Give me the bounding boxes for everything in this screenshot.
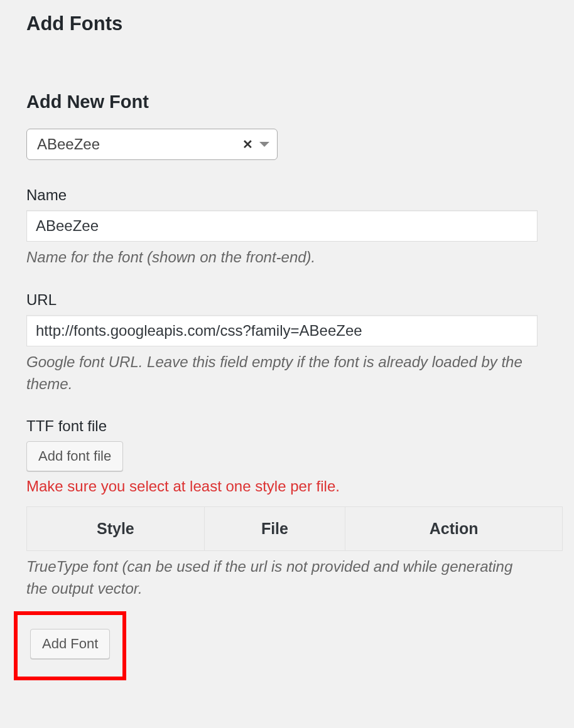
url-label: URL bbox=[26, 291, 548, 309]
ttf-table-header-file: File bbox=[204, 507, 345, 551]
add-font-file-button[interactable]: Add font file bbox=[26, 441, 123, 471]
section-title: Add New Font bbox=[26, 92, 548, 112]
ttf-table-header-action: Action bbox=[345, 507, 563, 551]
chevron-down-icon[interactable] bbox=[259, 142, 269, 147]
url-field-block: URL Google font URL. Leave this field em… bbox=[26, 291, 548, 395]
url-input[interactable] bbox=[26, 315, 538, 346]
ttf-table: Style File Action bbox=[26, 506, 563, 551]
ttf-table-header-style: Style bbox=[27, 507, 205, 551]
name-description: Name for the font (shown on the front-en… bbox=[26, 247, 538, 269]
ttf-field-block: TTF font file Add font file Make sure yo… bbox=[26, 417, 548, 600]
name-field-block: Name Name for the font (shown on the fro… bbox=[26, 186, 548, 269]
highlight-annotation: Add Font bbox=[14, 611, 126, 680]
url-description: Google font URL. Leave this field empty … bbox=[26, 351, 538, 395]
name-label: Name bbox=[26, 186, 548, 204]
page-title: Add Fonts bbox=[26, 13, 548, 35]
ttf-label: TTF font file bbox=[26, 417, 548, 435]
font-select-value: ABeeZee bbox=[37, 136, 242, 153]
clear-icon[interactable]: ✕ bbox=[242, 137, 253, 152]
name-input[interactable] bbox=[26, 210, 538, 242]
font-select[interactable]: ABeeZee ✕ bbox=[26, 129, 278, 160]
add-font-button[interactable]: Add Font bbox=[30, 629, 110, 659]
ttf-error: Make sure you select at least one style … bbox=[26, 478, 548, 495]
ttf-description: TrueType font (can be used if the url is… bbox=[26, 556, 538, 600]
